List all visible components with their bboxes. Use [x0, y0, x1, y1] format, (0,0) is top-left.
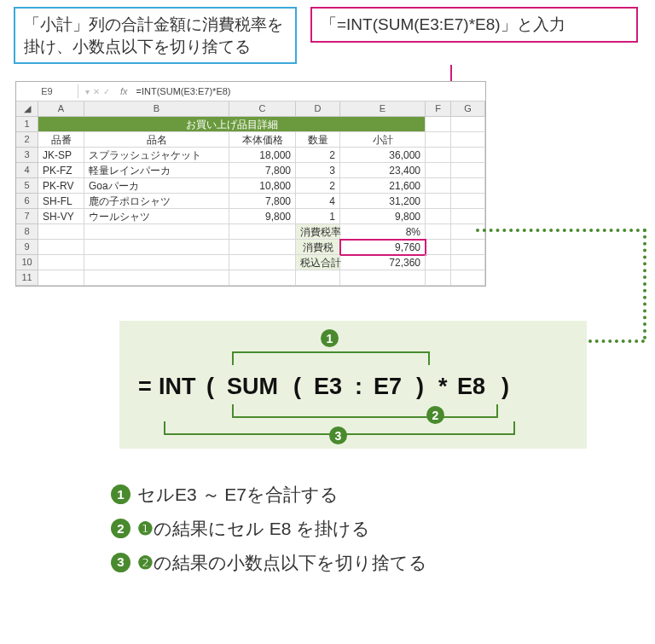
cell[interactable]: 軽量レインパーカ: [84, 163, 229, 178]
cell[interactable]: [451, 148, 485, 163]
cell[interactable]: [451, 194, 485, 209]
cell[interactable]: 7,800: [229, 163, 296, 178]
select-all-corner[interactable]: ◢: [16, 102, 38, 117]
cell[interactable]: [451, 224, 485, 240]
cell[interactable]: [84, 240, 229, 255]
cell[interactable]: [426, 194, 451, 209]
cell[interactable]: 2: [296, 178, 340, 194]
cell[interactable]: 1: [296, 209, 340, 224]
row-header[interactable]: 11: [16, 270, 38, 286]
row-header[interactable]: 6: [16, 194, 38, 209]
col-header[interactable]: D: [296, 102, 340, 117]
cell[interactable]: JK-SP: [38, 148, 84, 163]
cell[interactable]: [426, 132, 451, 148]
cell[interactable]: SH-FL: [38, 194, 84, 209]
dropdown-icon[interactable]: ▾: [85, 87, 90, 96]
cell[interactable]: [426, 209, 451, 224]
dotted-leader: [476, 229, 646, 232]
cell[interactable]: [229, 224, 296, 240]
fx-icon[interactable]: fx: [117, 86, 131, 96]
cell[interactable]: 7,800: [229, 194, 296, 209]
row-header[interactable]: 7: [16, 209, 38, 224]
label-cell: 消費税率: [296, 224, 340, 240]
cell[interactable]: 72,360: [340, 255, 426, 270]
cell[interactable]: 9,800: [340, 209, 426, 224]
cell[interactable]: [451, 178, 485, 194]
col-header[interactable]: F: [426, 102, 451, 117]
row-header[interactable]: 4: [16, 163, 38, 178]
row-header[interactable]: 1: [16, 117, 38, 132]
label-cell: 消費税: [296, 240, 340, 255]
cell[interactable]: 鹿の子ポロシャツ: [84, 194, 229, 209]
formula-bar-input[interactable]: =INT(SUM(E3:E7)*E8): [131, 86, 236, 96]
cell[interactable]: Goaパーカ: [84, 178, 229, 194]
cell[interactable]: SH-VY: [38, 209, 84, 224]
cell[interactable]: 3: [296, 163, 340, 178]
row-header[interactable]: 10: [16, 255, 38, 270]
col-header[interactable]: B: [84, 102, 229, 117]
col-header[interactable]: C: [229, 102, 296, 117]
cell[interactable]: [451, 240, 485, 255]
cell[interactable]: [426, 240, 451, 255]
cell[interactable]: [451, 270, 485, 286]
cell[interactable]: 10,800: [229, 178, 296, 194]
cell[interactable]: [84, 270, 229, 286]
col-header[interactable]: G: [451, 102, 485, 117]
cell[interactable]: [84, 255, 229, 270]
cell[interactable]: [84, 224, 229, 240]
cell[interactable]: [451, 132, 485, 148]
row-header[interactable]: 2: [16, 132, 38, 148]
row-header[interactable]: 5: [16, 178, 38, 194]
cell[interactable]: スプラッシュジャケット: [84, 148, 229, 163]
cell[interactable]: [229, 270, 296, 286]
cell[interactable]: [340, 270, 426, 286]
cell[interactable]: PK-RV: [38, 178, 84, 194]
cell[interactable]: 18,000: [229, 148, 296, 163]
cell[interactable]: [38, 224, 84, 240]
cell[interactable]: 8%: [340, 224, 426, 240]
cell[interactable]: [38, 270, 84, 286]
legend-text: ❶の結果にセル E8 を掛ける: [137, 512, 370, 546]
cell[interactable]: [451, 163, 485, 178]
cell[interactable]: 31,200: [340, 194, 426, 209]
cell[interactable]: 21,600: [340, 178, 426, 194]
cell[interactable]: [426, 255, 451, 270]
cell[interactable]: [426, 224, 451, 240]
cell[interactable]: 2: [296, 148, 340, 163]
label-cell: 税込合計: [296, 255, 340, 270]
cell[interactable]: [426, 270, 451, 286]
row-header[interactable]: 3: [16, 148, 38, 163]
col-header[interactable]: E: [340, 102, 426, 117]
selected-cell-e9[interactable]: 9,760: [340, 240, 426, 255]
cell[interactable]: [229, 240, 296, 255]
cell[interactable]: ウールシャツ: [84, 209, 229, 224]
row-header[interactable]: 9: [16, 240, 38, 255]
cell[interactable]: [451, 209, 485, 224]
cell[interactable]: [296, 270, 340, 286]
cell[interactable]: [38, 240, 84, 255]
legend-item: 2 ❶の結果にセル E8 を掛ける: [111, 512, 427, 546]
cell[interactable]: [426, 148, 451, 163]
cell[interactable]: [451, 117, 485, 132]
cell[interactable]: [426, 117, 451, 132]
row-header[interactable]: 8: [16, 224, 38, 240]
cell[interactable]: PK-FZ: [38, 163, 84, 178]
cell[interactable]: 9,800: [229, 209, 296, 224]
cell[interactable]: [229, 255, 296, 270]
confirm-icon[interactable]: ✓: [103, 87, 110, 96]
formula-token-rp: ): [501, 374, 509, 400]
cell[interactable]: [451, 255, 485, 270]
cell[interactable]: [426, 163, 451, 178]
cell[interactable]: 36,000: [340, 148, 426, 163]
cancel-icon[interactable]: ✕: [93, 87, 100, 96]
cell[interactable]: [38, 255, 84, 270]
formula-token-eq: =: [138, 374, 152, 400]
col-header[interactable]: A: [38, 102, 84, 117]
formula-token-rp: ): [416, 374, 424, 400]
name-box[interactable]: E9: [16, 84, 78, 98]
cell[interactable]: 23,400: [340, 163, 426, 178]
cell[interactable]: [426, 178, 451, 194]
dotted-leader: [588, 339, 645, 343]
cell[interactable]: 4: [296, 194, 340, 209]
header-cell: 本体価格: [229, 132, 296, 148]
